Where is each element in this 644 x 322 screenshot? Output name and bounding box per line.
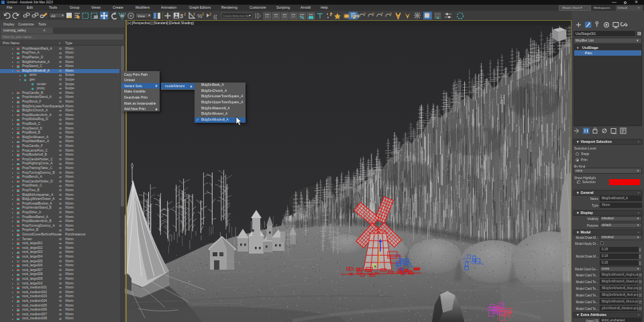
svg-text:3: 3	[180, 13, 183, 19]
svg-text:?: ?	[372, 12, 374, 16]
svg-text:?: ?	[390, 12, 392, 16]
svg-text:?: ?	[381, 12, 383, 16]
svg-text:({: ({	[213, 13, 217, 19]
svg-text:2: 2	[202, 12, 204, 16]
svg-text:2: 2	[193, 12, 195, 16]
svg-text:All: All	[51, 14, 55, 18]
svg-text:2: 2	[209, 12, 211, 16]
svg-text:Create Selection Set: Create Selection Set	[223, 14, 250, 17]
svg-text:?: ?	[428, 13, 430, 17]
svg-text:?: ?	[364, 12, 366, 16]
svg-text:2: 2	[184, 12, 186, 16]
svg-text:View: View	[138, 14, 145, 18]
